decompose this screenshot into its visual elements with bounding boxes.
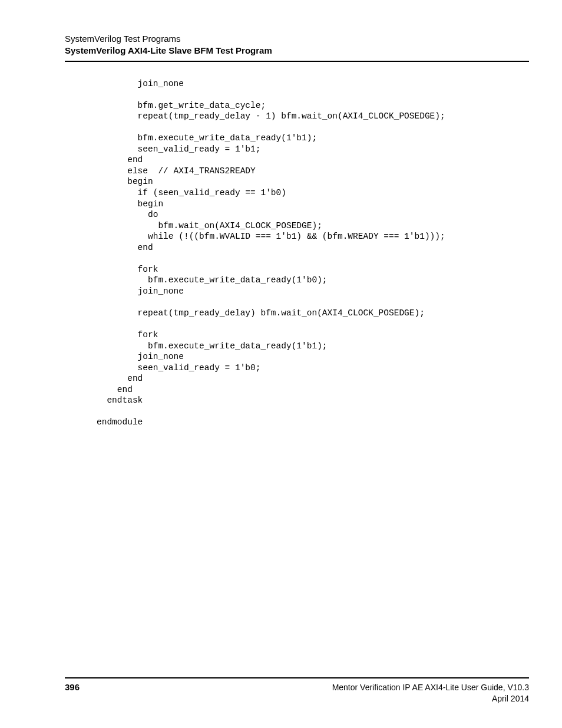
footer-date: April 2014 (332, 693, 529, 704)
page-container: SystemVerilog Test Programs SystemVerilo… (0, 0, 562, 728)
footer-guide-title: Mentor Verification IP AE AXI4-Lite User… (332, 682, 529, 693)
footer-row: 396 Mentor Verification IP AE AXI4-Lite … (65, 682, 529, 704)
header-line-1: SystemVerilog Test Programs (65, 33, 529, 45)
page-number: 396 (65, 682, 80, 692)
footer-rule (65, 677, 529, 678)
code-listing: join_none bfm.get_write_data_cycle; repe… (97, 78, 529, 429)
footer-right: Mentor Verification IP AE AXI4-Lite User… (332, 682, 529, 704)
page-footer: 396 Mentor Verification IP AE AXI4-Lite … (65, 677, 529, 704)
header-line-2: SystemVerilog AXI4-Lite Slave BFM Test P… (65, 45, 529, 60)
page-header: SystemVerilog Test Programs SystemVerilo… (65, 33, 529, 62)
header-rule (65, 61, 529, 62)
